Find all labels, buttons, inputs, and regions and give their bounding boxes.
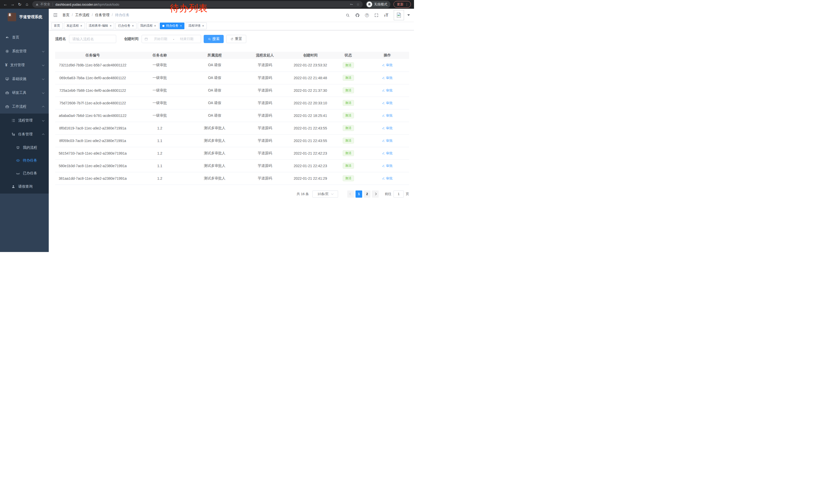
sidebar-subitem[interactable]: 任务管理 — [0, 127, 49, 141]
sidebar-item[interactable]: 工作流程 — [0, 100, 49, 113]
table-row: 069c6a63-7b8a-11ec-8ef0-acde48001122 一级审… — [55, 72, 409, 84]
tags-view: 首页 发起流程 × 流程表单-编辑 × 已办任务 — [49, 21, 414, 30]
avatar[interactable] — [394, 10, 404, 20]
page-size-select[interactable]: 10条/页 — [313, 190, 338, 198]
breadcrumb-item[interactable]: 待办任务 — [115, 13, 129, 17]
prev-page-button[interactable] — [347, 190, 354, 198]
browser-reload-icon[interactable]: ↻ — [16, 1, 23, 8]
cell-task-name: 一级审批 — [130, 59, 189, 72]
collapse-sidebar-icon[interactable] — [53, 12, 58, 18]
app-title: 芋道管理系统 — [19, 15, 42, 19]
status-badge: 激活 — [343, 150, 354, 156]
edit-icon — [382, 127, 385, 130]
status-badge: 激活 — [343, 62, 354, 68]
sidebar-subitem[interactable]: 已办任务 — [0, 167, 49, 180]
process-name-input[interactable] — [69, 35, 116, 43]
browser-back-icon[interactable]: ← — [2, 1, 9, 8]
chevron-icon — [42, 63, 45, 66]
close-icon[interactable]: × — [132, 24, 134, 28]
breadcrumb-item[interactable]: 工作流程 — [75, 13, 95, 17]
incognito-icon — [367, 2, 372, 7]
approve-link[interactable]: 审批 — [382, 76, 393, 80]
font-size-icon[interactable]: TT — [384, 13, 388, 17]
sidebar-subitem[interactable]: 流程管理 — [0, 113, 49, 127]
tab-label: 已办任务 — [118, 24, 130, 28]
status-badge: 激活 — [343, 175, 354, 181]
page-suffix: 页 — [406, 192, 409, 196]
sidebar-subitem[interactable]: 请假查询 — [0, 180, 49, 193]
sidebar-logo[interactable]: 芋道管理系统 — [0, 9, 49, 25]
tab[interactable]: 首页 — [51, 22, 63, 29]
col-starter: 流程发起人 — [240, 52, 290, 59]
github-icon[interactable] — [355, 13, 360, 17]
close-icon[interactable]: × — [154, 24, 156, 28]
cell-task-name: 1.1 — [130, 159, 189, 172]
sidebar-subitem[interactable]: 我的流程 — [0, 141, 49, 154]
caret-down-icon[interactable] — [407, 14, 410, 16]
cell-task-id: 75d72608-7b7f-11ec-a3c8-acde48001122 — [55, 97, 130, 109]
sidebar-item[interactable]: 系统管理 — [0, 44, 49, 58]
sidebar-item[interactable]: 首页 — [0, 31, 49, 44]
sidebar-item[interactable]: 研发工具 — [0, 86, 49, 100]
key-icon[interactable] — [349, 3, 353, 6]
browser-home-icon[interactable]: ⌂ — [24, 1, 30, 8]
tab[interactable]: 流程表单-编辑 × — [86, 22, 114, 29]
tab[interactable]: 流程详情 × — [186, 22, 207, 29]
page-number[interactable]: 1 — [356, 190, 362, 198]
cell-starter: 芋道源码 — [240, 134, 290, 147]
table-row: 75d72608-7b7f-11ec-a3c8-acde48001122 一级审… — [55, 97, 409, 109]
help-icon[interactable]: ? — [365, 13, 369, 17]
bookmark-star-icon[interactable]: ☆ — [356, 2, 360, 6]
approve-link[interactable]: 审批 — [382, 113, 393, 118]
tab[interactable]: 我的流程 × — [138, 22, 159, 29]
tab[interactable]: 发起流程 × — [64, 22, 85, 29]
gauge-icon — [5, 35, 9, 40]
sidebar-item[interactable]: ¥ 支付管理 — [0, 58, 49, 72]
browser-forward-icon[interactable]: → — [9, 1, 16, 8]
approve-link[interactable]: 审批 — [382, 126, 393, 131]
sidebar-item[interactable]: 基础设施 — [0, 72, 49, 86]
breadcrumb-item[interactable]: 任务管理 — [95, 13, 115, 17]
fullscreen-icon[interactable] — [374, 13, 379, 17]
close-icon[interactable]: × — [180, 24, 182, 28]
refresh-icon — [230, 37, 234, 41]
tab[interactable]: 待办任务 × — [160, 22, 184, 29]
browser-menu-icon[interactable]: ⋮ — [405, 2, 409, 6]
filter-bar: 流程名 创建时间 开始日期 - 结束日期 搜索 重置 — [55, 35, 409, 43]
range-separator: - — [173, 37, 174, 41]
close-icon[interactable]: × — [110, 24, 112, 28]
search-icon[interactable] — [345, 13, 350, 17]
approve-link[interactable]: 审批 — [382, 138, 393, 143]
address-bar[interactable]: 不安全 dashboard.yudao.iocoder.cn/bpm/task/… — [32, 1, 363, 8]
close-icon[interactable]: × — [80, 24, 82, 28]
chevron-icon — [42, 78, 45, 80]
cell-task-name: 1.2 — [130, 122, 189, 134]
search-button[interactable]: 搜索 — [204, 35, 224, 43]
edit-icon — [382, 152, 385, 155]
breadcrumb-item[interactable]: 首页 — [62, 13, 75, 17]
end-date-placeholder: 结束日期 — [175, 37, 198, 41]
tab[interactable]: 已办任务 × — [115, 22, 136, 29]
yen-icon: ¥ — [5, 63, 7, 67]
page-number[interactable]: 2 — [364, 190, 370, 198]
approve-link[interactable]: 审批 — [382, 164, 393, 168]
update-label: 更新 — [397, 2, 404, 7]
sidebar-subitem[interactable]: 待办任务 — [0, 154, 49, 167]
approve-link[interactable]: 审批 — [382, 88, 393, 93]
tab-label: 流程详情 — [188, 24, 201, 28]
next-page-button[interactable] — [372, 190, 379, 198]
approve-link[interactable]: 审批 — [382, 63, 393, 67]
cell-task-name: 一级审批 — [130, 97, 189, 109]
reset-button[interactable]: 重置 — [226, 35, 246, 43]
search-icon — [208, 37, 211, 41]
close-icon[interactable]: × — [202, 24, 204, 28]
date-range-picker[interactable]: 开始日期 - 结束日期 — [141, 35, 201, 43]
browser-update-button[interactable]: 更新 ⋮ — [394, 1, 411, 8]
approve-link[interactable]: 审批 — [382, 151, 393, 155]
approve-link[interactable]: 审批 — [382, 101, 393, 105]
monitor-icon — [5, 77, 9, 81]
approve-link[interactable]: 审批 — [382, 176, 393, 181]
cell-create-time: 2022-01-22 18:25:41 — [290, 109, 331, 122]
cell-task-name: 一级审批 — [130, 72, 189, 84]
goto-page-input[interactable] — [394, 190, 404, 198]
